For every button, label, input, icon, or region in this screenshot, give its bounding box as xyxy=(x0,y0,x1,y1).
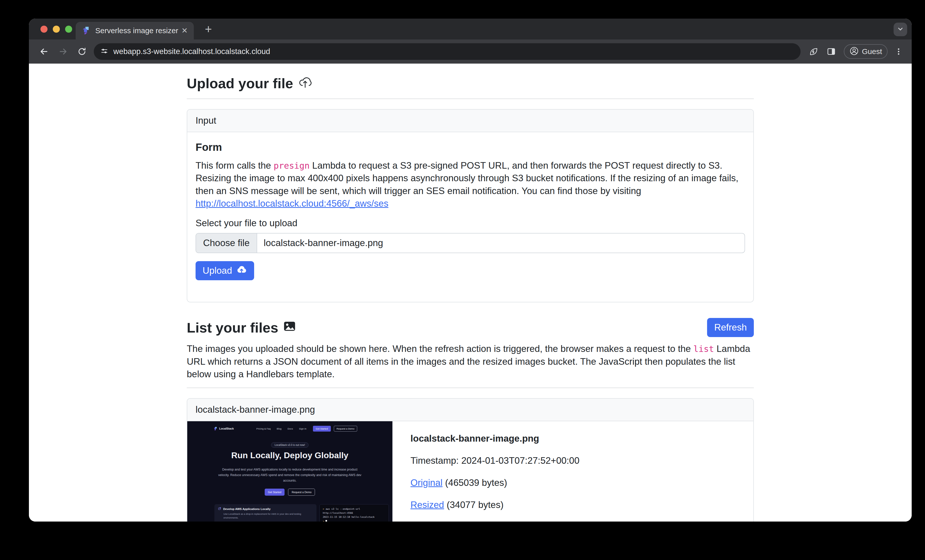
list-description-text: The images you uploaded should be shown … xyxy=(187,343,693,354)
banner-nav: LocalStack Pricing & Faq Blog Docs Sign … xyxy=(213,424,357,433)
banner-terminal: > aws s3 ls --endpoint-url http://localh… xyxy=(319,504,389,522)
divider xyxy=(187,388,754,388)
banner-feature-title: Develop AWS Applications Locally xyxy=(223,507,270,510)
window-controls xyxy=(41,26,72,33)
banner-logo-text: LocalStack xyxy=(219,427,234,430)
tab-title: Serverless image resizer xyxy=(95,26,181,35)
image-icon xyxy=(283,319,296,336)
browser-tab[interactable]: Serverless image resizer ✕ xyxy=(76,22,194,39)
banner-nav-link: Sign In xyxy=(299,427,307,430)
terminal-prompt: > xyxy=(323,507,324,510)
banner-badge: LocalStack v3.0 is out now! xyxy=(271,443,309,448)
input-card: Input Form This form calls the presign L… xyxy=(187,109,754,303)
list-section-header: List your files Refresh xyxy=(187,318,754,337)
original-file-line: Original (465039 bytes) xyxy=(410,477,736,488)
banner-nav-get-started: Get Started xyxy=(313,426,331,432)
banner-nav-link: Blog xyxy=(277,427,282,430)
file-details-cell: localstack-banner-image.png Timestamp: 2… xyxy=(393,421,753,522)
forward-button[interactable] xyxy=(58,47,68,57)
profile-button[interactable]: Guest xyxy=(844,44,887,59)
file-name: localstack-banner-image.png xyxy=(410,433,736,444)
input-card-header: Input xyxy=(187,110,753,132)
minimize-window-button[interactable] xyxy=(53,26,60,33)
banner-feature-card: Develop AWS Applications Locally Use Loc… xyxy=(214,504,316,522)
file-card-header: localstack-banner-image.png xyxy=(187,399,753,421)
banner-cta-row: Get Started Request a Demo xyxy=(187,489,392,496)
terminal-prompt: > xyxy=(323,520,324,522)
site-settings-icon[interactable] xyxy=(100,47,109,57)
banner-headline: Run Locally, Deploy Globally xyxy=(187,450,392,460)
address-bar[interactable]: webapp.s3-website.localhost.localstack.c… xyxy=(94,43,801,60)
cloud-upload-filled-icon xyxy=(236,264,247,277)
browser-menu-icon[interactable] xyxy=(894,47,903,56)
upload-heading: Upload your file xyxy=(187,75,293,92)
upload-description: This form calls the presign Lambda to re… xyxy=(196,160,745,210)
banner-nav-request-demo: Request a Demo xyxy=(334,426,357,432)
resized-link[interactable]: Resized xyxy=(410,500,444,510)
zoom-window-button[interactable] xyxy=(65,26,72,33)
chevron-down-icon xyxy=(896,25,905,34)
performance-leaf-icon[interactable] xyxy=(808,46,819,57)
browser-toolbar: webapp.s3-website.localhost.localstack.c… xyxy=(29,39,912,63)
back-button[interactable] xyxy=(39,47,49,57)
upload-section-heading-row: Upload your file xyxy=(187,75,754,92)
tab-search-button[interactable] xyxy=(893,23,907,36)
upload-button-label: Upload xyxy=(203,265,232,276)
tab-close-icon[interactable]: ✕ xyxy=(181,27,188,35)
upload-description-text: This form calls the xyxy=(196,160,273,171)
box-arrow-icon xyxy=(218,507,221,511)
list-code: list xyxy=(693,344,714,354)
upload-button[interactable]: Upload xyxy=(196,261,254,280)
refresh-button[interactable]: Refresh xyxy=(707,318,754,337)
banner-nav-links: Pricing & Faq Blog Docs Sign In xyxy=(256,427,306,430)
file-card-row: LocalStack Pricing & Faq Blog Docs Sign … xyxy=(187,421,753,522)
banner-nav-link: Docs xyxy=(288,427,293,430)
terminal-line: 2023-11-15 10:12:18 hello-localstack xyxy=(323,515,375,518)
resized-file-line: Resized (34077 bytes) xyxy=(410,500,736,510)
form-heading: Form xyxy=(196,141,745,153)
banner-nav-link: Pricing & Faq xyxy=(256,427,271,430)
profile-label: Guest xyxy=(862,47,882,56)
original-size: (465039 bytes) xyxy=(443,477,507,488)
list-description: The images you uploaded should be shown … xyxy=(187,343,754,381)
file-thumbnail-cell: LocalStack Pricing & Faq Blog Docs Sign … xyxy=(187,421,393,522)
tab-favicon-icon xyxy=(82,26,90,35)
browser-window: Serverless image resizer ✕ + webapp.s3-w… xyxy=(29,19,912,522)
url-text: webapp.s3-website.localhost.localstack.c… xyxy=(113,47,270,56)
divider xyxy=(187,99,754,99)
file-timestamp: Timestamp: 2024-01-03T07:27:52+00:00 xyxy=(410,455,736,466)
reload-button[interactable] xyxy=(77,47,87,56)
banner-subtext: Develop and test your AWS applications l… xyxy=(217,467,363,483)
avatar-icon xyxy=(849,46,859,57)
terminal-line: aws s3 ls --endpoint-url http://localhos… xyxy=(323,507,360,514)
page-content: Upload your file Input Form This form ca… xyxy=(29,63,912,522)
banner-logo: LocalStack xyxy=(213,426,234,431)
original-link[interactable]: Original xyxy=(410,477,443,488)
file-input[interactable]: Choose file localstack-banner-image.png xyxy=(196,233,745,253)
banner-feature-body: Use LocalStack as a drop-in replacement … xyxy=(218,512,313,519)
file-input-label: Select your file to upload xyxy=(196,218,745,229)
file-card: localstack-banner-image.png LocalStack xyxy=(187,398,754,522)
selected-file-name: localstack-banner-image.png xyxy=(257,233,744,253)
cloud-upload-icon xyxy=(298,75,312,92)
close-window-button[interactable] xyxy=(41,26,48,33)
list-heading-row: List your files xyxy=(187,319,296,336)
desktop-background: { "browser": { "tab": {"title": "Serverl… xyxy=(0,0,925,560)
resized-size: (34077 bytes) xyxy=(444,500,504,510)
banner-request-demo-button: Request a Demo xyxy=(288,489,315,496)
file-thumbnail-image[interactable]: LocalStack Pricing & Faq Blog Docs Sign … xyxy=(187,421,392,522)
list-heading: List your files xyxy=(187,319,278,336)
input-card-body: Form This form calls the presign Lambda … xyxy=(187,132,753,302)
choose-file-button[interactable]: Choose file xyxy=(196,233,257,253)
side-panel-icon[interactable] xyxy=(826,47,836,57)
new-tab-button[interactable]: + xyxy=(205,22,212,36)
presign-code: presign xyxy=(273,161,309,171)
terminal-cursor xyxy=(325,520,327,522)
banner-get-started-button: Get Started xyxy=(265,489,285,496)
ses-link[interactable]: http://localhost.localstack.cloud:4566/_… xyxy=(196,198,388,209)
browser-titlebar: Serverless image resizer ✕ + xyxy=(29,19,912,39)
